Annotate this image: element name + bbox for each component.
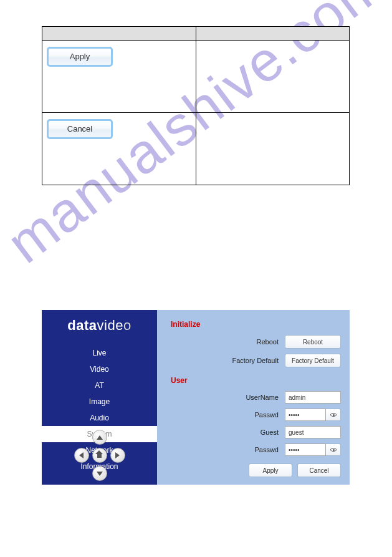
passwd1-label: Passwd — [254, 411, 279, 419]
eye-icon — [330, 448, 337, 452]
passwd1-row: Passwd — [171, 409, 341, 421]
dpad-left-button[interactable] — [74, 448, 89, 463]
reboot-button[interactable]: Reboot — [285, 335, 341, 349]
passwd2-label: Passwd — [254, 446, 279, 453]
table-cell-apply: Apply — [42, 41, 196, 113]
arrow-down-icon — [97, 472, 103, 476]
sidebar-item-video[interactable]: Video — [42, 361, 157, 377]
buttons-table: Apply Cancel — [42, 26, 350, 185]
content-apply-button[interactable]: Apply — [249, 463, 292, 477]
table-header-right — [196, 27, 350, 41]
arrow-left-icon — [79, 452, 84, 458]
username-row: UserName — [171, 391, 341, 404]
sidebar: datavideo Live Video AT Image Audio Syst… — [42, 310, 157, 485]
factory-label: Factory Default — [232, 357, 279, 364]
guest-row: Guest — [171, 426, 341, 438]
eye-icon — [330, 413, 337, 417]
content-panel: Initialize Reboot Reboot Factory Default… — [157, 310, 350, 485]
dpad-home-button[interactable] — [92, 448, 107, 463]
user-title: User — [171, 376, 341, 385]
username-input[interactable] — [285, 391, 341, 404]
sidebar-item-audio[interactable]: Audio — [42, 410, 157, 426]
guest-input[interactable] — [285, 426, 341, 438]
factory-row: Factory Default Factory Default — [171, 354, 341, 367]
logo: datavideo — [42, 317, 157, 334]
table-cell-apply-desc — [196, 41, 350, 113]
arrow-up-icon — [97, 435, 103, 440]
reboot-label: Reboot — [257, 338, 279, 346]
table-cell-cancel-desc — [196, 113, 350, 185]
logo-suffix: vide — [97, 317, 123, 333]
dpad-right-button[interactable] — [110, 448, 125, 463]
action-row: Apply Cancel — [171, 463, 341, 477]
logo-prefix: data — [67, 317, 97, 333]
table-header-left — [42, 27, 196, 41]
arrow-right-icon — [115, 452, 120, 458]
passwd2-input[interactable] — [285, 443, 326, 456]
initialize-title: Initialize — [171, 320, 341, 329]
sidebar-item-at[interactable]: AT — [42, 377, 157, 394]
content-cancel-button[interactable]: Cancel — [297, 463, 341, 477]
table-cell-cancel: Cancel — [42, 113, 196, 185]
home-icon — [96, 453, 103, 458]
passwd1-input[interactable] — [285, 409, 326, 421]
passwd2-row: Passwd — [171, 443, 341, 456]
dpad-down-button[interactable] — [92, 466, 107, 481]
dpad — [74, 430, 125, 481]
sidebar-item-live[interactable]: Live — [42, 345, 157, 361]
dpad-up-button[interactable] — [92, 430, 107, 445]
guest-label: Guest — [261, 429, 279, 436]
username-label: UserName — [246, 394, 279, 401]
passwd1-eye-button[interactable] — [326, 409, 341, 421]
factory-default-button[interactable]: Factory Default — [285, 354, 341, 367]
sidebar-item-image[interactable]: Image — [42, 394, 157, 410]
passwd2-eye-button[interactable] — [326, 443, 341, 456]
cancel-button[interactable]: Cancel — [47, 119, 113, 139]
reboot-row: Reboot Reboot — [171, 335, 341, 349]
app-panel: datavideo Live Video AT Image Audio Syst… — [42, 310, 350, 485]
apply-button[interactable]: Apply — [47, 47, 113, 67]
logo-oe: o — [123, 317, 131, 333]
